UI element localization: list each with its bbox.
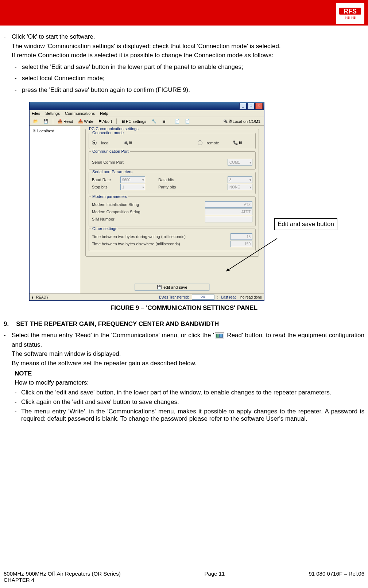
text-s9-l3: By means of the software set the repeate… <box>12 360 197 367</box>
statusbar: ℹ READY Bytes Transferred: 0% : Last rea… <box>30 293 264 300</box>
note-intro: How to modify parameters: <box>15 378 364 388</box>
note-item-2: Click again on the 'edit and save' butto… <box>21 398 364 406</box>
combo-com-port[interactable]: COM1▾ <box>228 159 252 166</box>
tool-icon-4[interactable]: 📄 <box>183 118 191 124</box>
menu-help[interactable]: Help <box>100 111 108 116</box>
menu-files[interactable]: Files <box>32 111 40 116</box>
tool-icon-3[interactable]: 📄 <box>173 118 181 124</box>
status-lastread-val: no read done <box>240 295 262 299</box>
combo-parity[interactable]: NONE▾ <box>228 184 252 190</box>
titlebar: _ □ × <box>30 102 264 110</box>
section-number: 9. <box>4 320 9 328</box>
read-icon <box>215 332 224 339</box>
progress-bar: 0% <box>192 295 214 300</box>
abort-button[interactable]: ✖ Abort <box>97 118 113 124</box>
logo-waves-icon: ≋≋ <box>344 15 356 19</box>
open-icon[interactable]: 📂 <box>32 118 40 124</box>
group-conn-mode: Connection mode local 🔌🖥 remote 📞🖥 <box>89 133 256 149</box>
save-icon[interactable]: 💾 <box>42 118 50 124</box>
input-sim[interactable] <box>205 216 252 222</box>
menu-communications[interactable]: Communications <box>65 111 95 116</box>
tree-pane: 🖥 Localhost <box>30 126 80 293</box>
radio-remote[interactable] <box>198 140 202 145</box>
input-t2[interactable]: 150 <box>231 241 252 247</box>
local-icon: 🔌🖥 <box>123 140 132 145</box>
group-comm-port: Communication Port Serial Comm Port COM1… <box>89 151 256 170</box>
note-item-1: Click on the 'edit and save' button, in … <box>21 389 364 396</box>
header-bar: RFS ≋≋ <box>0 0 368 26</box>
bullet-select-edit: select the 'Edit and save' button in the… <box>22 62 364 72</box>
footer-right: 91 080 0716F – Rel.06 <box>309 571 364 583</box>
input-modem-comp[interactable]: ATDT <box>205 209 252 215</box>
input-t1[interactable]: 15 <box>231 233 252 240</box>
menubar: Files Settings Communications Help <box>30 110 264 117</box>
text-l1c: If remote Connection mode is selected it… <box>12 52 273 59</box>
combo-databits[interactable]: 8▾ <box>228 176 252 183</box>
text-s9-l1a: Select the menu entry 'Read' in the 'Com… <box>12 332 214 339</box>
edit-and-save-button[interactable]: 💾 edit and save <box>135 284 209 291</box>
status-icon: ℹ <box>32 295 33 299</box>
save-icon: 💾 <box>157 285 162 289</box>
pc-settings-button[interactable]: 🖥 PC settings <box>120 118 148 124</box>
note-heading: NOTE <box>15 370 364 377</box>
group-serial-params: Serial port Parameters Baud Rate 9600▾ D… <box>89 172 256 194</box>
input-modem-init[interactable]: ATZ <box>205 201 252 208</box>
tree-localhost[interactable]: 🖥 Localhost <box>31 128 78 134</box>
main-pane: PC Communication settings Connection mod… <box>80 126 264 293</box>
section-title: SET THE REPEATER GAIN, FREQUENCY CENTER … <box>16 320 219 328</box>
tool-icon-2[interactable]: 🖥 <box>160 118 167 124</box>
footer-center: Page 11 <box>205 571 225 583</box>
status-bytes-label: Bytes Transferred: <box>159 295 189 299</box>
remote-icon: 📞🖥 <box>233 140 242 145</box>
write-button[interactable]: 📤 Write <box>77 118 94 124</box>
footer-left: 800MHz-900MHz Off-Air Repeaters (OR Seri… <box>4 571 121 583</box>
tool-icon-1[interactable]: 🔧 <box>150 118 158 124</box>
minimize-button[interactable]: _ <box>239 103 247 109</box>
logo-text: RFS <box>339 8 361 15</box>
note-item-3: The menu entry 'Write', in the 'Communic… <box>21 408 364 422</box>
radio-local[interactable] <box>92 140 97 145</box>
group-modem: Modem parameters Modem Initialization St… <box>89 196 256 226</box>
text-s9-l2: The software main window is displayed. <box>12 350 121 357</box>
local-status: 🔌🖥 Local on COM1 <box>221 118 262 124</box>
combo-stopbits[interactable]: 1▾ <box>120 184 145 190</box>
status-lastread-label: Last read: <box>221 295 237 299</box>
close-button[interactable]: × <box>255 103 263 109</box>
bullet-press-edit: press the 'Edit and save' button again t… <box>22 85 364 95</box>
bullet-click-ok: Click 'Ok' to start the software. The wi… <box>12 32 364 94</box>
toolbar: 📂 💾 📥 Read 📤 Write ✖ Abort 🖥 PC settings… <box>30 117 264 126</box>
callout-edit-save: Edit and save button <box>274 218 337 230</box>
read-button[interactable]: 📥 Read <box>56 118 74 124</box>
menu-settings[interactable]: Settings <box>45 111 60 116</box>
figure-caption: FIGURE 9 – 'COMMUNICATION SETTINGS' PANE… <box>4 304 364 312</box>
group-other: Other settings Time between two bytes du… <box>89 229 256 251</box>
text-l1: Click 'Ok' to start the software. <box>12 33 95 40</box>
maximize-button[interactable]: □ <box>247 103 255 109</box>
bullet-s9-read: Select the menu entry 'Read' in the 'Com… <box>12 331 364 368</box>
group-pc-comm: PC Communication settings Connection mod… <box>85 129 259 257</box>
bullet-select-local: select local Connection mode; <box>22 74 364 83</box>
app-window: _ □ × Files Settings Communications Help… <box>29 102 264 301</box>
computer-icon: 🖥 <box>32 129 36 133</box>
text-l1b: The window 'Communication settings' is d… <box>12 43 281 50</box>
page-footer: 800MHz-900MHz Off-Air Repeaters (OR Seri… <box>0 571 368 583</box>
rfs-logo: RFS ≋≋ <box>336 3 364 24</box>
status-ready: READY <box>36 295 49 299</box>
combo-baud[interactable]: 9600▾ <box>120 176 145 183</box>
